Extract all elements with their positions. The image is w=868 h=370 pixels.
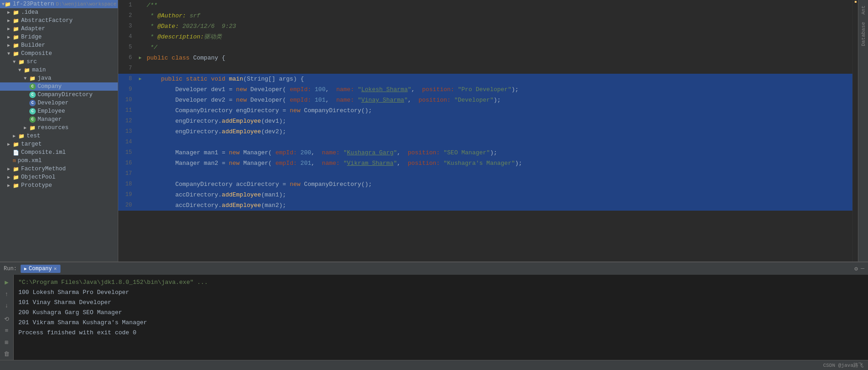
sidebar-item-company[interactable]: C Company xyxy=(0,82,118,91)
sidebar-item-prototype[interactable]: 📁 Prototype xyxy=(0,181,118,190)
line-code: Developer dev1 = new Developer( empId: 1… xyxy=(145,84,852,95)
sidebar-item-companydirectory[interactable]: C CompanyDirectory xyxy=(0,91,118,99)
sidebar-item-abstractfactory[interactable]: 📁 AbstractFactory xyxy=(0,16,118,25)
minimize-icon[interactable]: — xyxy=(861,265,864,272)
console-output-3: 200 Kushagra Garg SEO Manager xyxy=(18,308,863,318)
right-tab-database[interactable]: Database xyxy=(859,18,868,50)
sidebar-item-src[interactable]: 📁 src xyxy=(0,58,118,66)
run-side-buttons: ▶ ↑ ↓ ⟲ ≡ ⊞ 🗑 xyxy=(0,275,14,360)
code-line-10: 10 Developer dev2 = new Developer( empId… xyxy=(118,95,852,105)
sidebar-factorymethod-label: FactoryMethod xyxy=(21,166,66,172)
sidebar-item-manager[interactable]: C Manager xyxy=(0,115,118,124)
line-number: 13 xyxy=(118,126,136,137)
folder-icon: 📁 xyxy=(13,183,19,189)
rerun-icon[interactable]: ⟲ xyxy=(3,315,10,324)
sidebar-manager-label: Manager xyxy=(38,116,62,123)
folder-icon: 📁 xyxy=(13,43,19,49)
sidebar-item-employee[interactable]: C Employee xyxy=(0,107,118,115)
sidebar-root-path: D:\wenjian\workspace xyxy=(56,1,116,7)
run-tab[interactable]: ▶ Company ✕ xyxy=(21,265,60,273)
sidebar-item-composite[interactable]: 📁 Composite xyxy=(0,49,118,58)
sidebar-item-builder[interactable]: 📁 Builder xyxy=(0,41,118,49)
sidebar-item-target[interactable]: 📁 target xyxy=(0,140,118,148)
arrow-icon xyxy=(7,166,13,172)
line-code: accDirectory.addEmployee(man1); xyxy=(145,190,852,200)
class-icon: C xyxy=(29,92,36,98)
line-code: engDirectory.addEmployee(dev1); xyxy=(145,116,852,126)
sidebar-item-composite-iml[interactable]: 📄 Composite.iml xyxy=(0,148,118,157)
code-line-12: 12 engDirectory.addEmployee(dev1); xyxy=(118,116,852,126)
line-number: 11 xyxy=(118,105,136,116)
line-arrow: ▶ xyxy=(136,53,145,63)
line-code: * @description:驱动类 xyxy=(145,32,852,42)
line-number: 1 xyxy=(118,0,136,11)
arrow-down-icon[interactable]: ↓ xyxy=(4,301,10,310)
run-label: Run: xyxy=(4,266,17,272)
line-number: 3 xyxy=(118,21,136,32)
line-number: 4 xyxy=(118,32,136,42)
trash-icon[interactable]: 🗑 xyxy=(3,350,11,359)
right-tab-ant[interactable]: Ant xyxy=(859,2,868,18)
line-number: 9 xyxy=(118,84,136,95)
line-number: 10 xyxy=(118,95,136,105)
code-line-3: 3 * @Date: 2023/12/6 9:23 xyxy=(118,21,852,32)
arrow-icon xyxy=(13,133,18,139)
sidebar-item-factorymethod[interactable]: 📁 FactoryMethod xyxy=(0,165,118,173)
sidebar-item-idea[interactable]: 📁 .idea xyxy=(0,8,118,16)
line-number: 16 xyxy=(118,158,136,169)
folder-icon: 📁 xyxy=(13,18,19,24)
code-line-11: 11 CompanyDirectory engDirectory = new C… xyxy=(118,105,852,116)
arrow-icon xyxy=(7,183,13,188)
sidebar-item-developer[interactable]: C Developer xyxy=(0,99,118,107)
code-line-9: 9 Developer dev1 = new Developer( empId:… xyxy=(118,84,852,95)
editor-area: 1 /** 2 * @Author: srf 3 * @Date: 2023/1… xyxy=(118,0,852,261)
code-line-8: 8 ▶ public static void main(String[] arg… xyxy=(118,74,852,84)
code-line-16: 16 Manager man2 = new Manager( empId: 20… xyxy=(118,158,852,169)
bottom-panel: Run: ▶ Company ✕ ⚙ — ▶ ↑ ↓ ⟲ ≡ ⊞ 🗑 "C:\P… xyxy=(0,261,868,360)
line-code: accDirectory.addEmployee(man2); xyxy=(145,200,852,211)
align-icon[interactable]: ⊞ xyxy=(4,338,10,347)
code-line-13: 13 engDirectory.addEmployee(dev2); xyxy=(118,126,852,137)
code-line-2: 2 * @Author: srf xyxy=(118,11,852,21)
sidebar-item-main[interactable]: 📁 main xyxy=(0,66,118,74)
right-gutter xyxy=(852,0,858,261)
line-code xyxy=(145,169,852,179)
line-code: Manager man2 = new Manager( empId: 201, … xyxy=(145,158,852,169)
format-icon[interactable]: ≡ xyxy=(4,326,10,335)
sidebar-item-adapter[interactable]: 📁 Adapter xyxy=(0,25,118,33)
editor-content[interactable]: 1 /** 2 * @Author: srf 3 * @Date: 2023/1… xyxy=(118,0,852,261)
arrow-up-icon[interactable]: ↑ xyxy=(4,290,10,299)
console-output-4: 201 Vikram Sharma Kushagra's Manager xyxy=(18,318,863,328)
folder-icon: 📁 xyxy=(18,59,25,65)
sidebar-item-bridge[interactable]: 📁 Bridge xyxy=(0,33,118,41)
line-number: 19 xyxy=(118,190,136,200)
run-tab-icon: ▶ xyxy=(24,266,27,272)
close-icon[interactable]: ✕ xyxy=(54,266,57,272)
sidebar-item-objectpool[interactable]: 📁 ObjectPool xyxy=(0,173,118,181)
sidebar-item-resources[interactable]: 📁 resources xyxy=(0,124,118,132)
play-icon[interactable]: ▶ xyxy=(4,278,9,287)
sidebar-item-java[interactable]: 📁 java xyxy=(0,74,118,82)
code-line-6: 6 ▶ public class Company { xyxy=(118,53,852,63)
sidebar-item-root[interactable]: 📁 lf-23Pattern D:\wenjian\workspace xyxy=(0,0,118,8)
sidebar-composite-iml-label: Composite.iml xyxy=(21,149,66,156)
sidebar-adapter-label: Adapter xyxy=(21,26,45,32)
line-number: 15 xyxy=(118,147,136,158)
sidebar-item-pom[interactable]: m pom.xml xyxy=(0,157,118,165)
line-number: 12 xyxy=(118,116,136,126)
code-line-15: 15 Manager man1 = new Manager( empId: 20… xyxy=(118,147,852,158)
settings-icon[interactable]: ⚙ xyxy=(854,265,858,272)
sidebar-test-label: test xyxy=(27,133,40,139)
line-code: * @Author: srf xyxy=(145,11,852,21)
sidebar-root-label: lf-23Pattern xyxy=(13,1,54,7)
folder-icon: 📁 xyxy=(13,166,19,172)
gutter-mark xyxy=(855,1,857,3)
class-icon: C xyxy=(29,108,36,114)
line-code: Developer dev2 = new Developer( empId: 1… xyxy=(145,95,852,105)
line-number: 7 xyxy=(118,63,136,74)
line-code: CompanyDirectory engDirectory = new Comp… xyxy=(145,105,852,116)
sidebar-bridge-label: Bridge xyxy=(21,34,42,40)
xml-icon: m xyxy=(13,158,16,163)
sidebar-item-test[interactable]: 📁 test xyxy=(0,132,118,140)
iml-icon: 📄 xyxy=(13,150,19,156)
